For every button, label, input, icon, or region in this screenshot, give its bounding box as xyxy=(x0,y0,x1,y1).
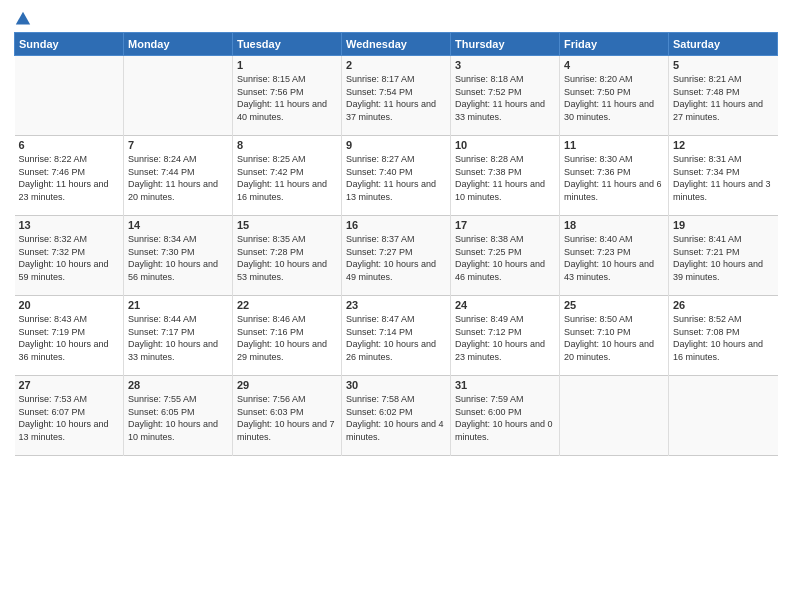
calendar-cell-w5d6 xyxy=(560,376,669,456)
weekday-header-monday: Monday xyxy=(124,33,233,56)
day-number: 13 xyxy=(19,219,120,231)
day-info: Sunrise: 8:17 AMSunset: 7:54 PMDaylight:… xyxy=(346,73,446,123)
calendar-cell-w4d2: 21Sunrise: 8:44 AMSunset: 7:17 PMDayligh… xyxy=(124,296,233,376)
page: SundayMondayTuesdayWednesdayThursdayFrid… xyxy=(0,0,792,612)
day-info: Sunrise: 8:40 AMSunset: 7:23 PMDaylight:… xyxy=(564,233,664,283)
week-row-3: 13Sunrise: 8:32 AMSunset: 7:32 PMDayligh… xyxy=(15,216,778,296)
week-row-1: 1Sunrise: 8:15 AMSunset: 7:56 PMDaylight… xyxy=(15,56,778,136)
calendar-cell-w4d6: 25Sunrise: 8:50 AMSunset: 7:10 PMDayligh… xyxy=(560,296,669,376)
calendar-cell-w2d4: 9Sunrise: 8:27 AMSunset: 7:40 PMDaylight… xyxy=(342,136,451,216)
calendar-cell-w1d4: 2Sunrise: 8:17 AMSunset: 7:54 PMDaylight… xyxy=(342,56,451,136)
calendar-cell-w1d5: 3Sunrise: 8:18 AMSunset: 7:52 PMDaylight… xyxy=(451,56,560,136)
week-row-2: 6Sunrise: 8:22 AMSunset: 7:46 PMDaylight… xyxy=(15,136,778,216)
day-info: Sunrise: 7:53 AMSunset: 6:07 PMDaylight:… xyxy=(19,393,120,443)
day-number: 8 xyxy=(237,139,337,151)
day-info: Sunrise: 8:20 AMSunset: 7:50 PMDaylight:… xyxy=(564,73,664,123)
weekday-header-row: SundayMondayTuesdayWednesdayThursdayFrid… xyxy=(15,33,778,56)
calendar-cell-w5d7 xyxy=(669,376,778,456)
weekday-header-saturday: Saturday xyxy=(669,33,778,56)
day-info: Sunrise: 8:34 AMSunset: 7:30 PMDaylight:… xyxy=(128,233,228,283)
day-info: Sunrise: 8:41 AMSunset: 7:21 PMDaylight:… xyxy=(673,233,774,283)
day-number: 20 xyxy=(19,299,120,311)
calendar-cell-w3d2: 14Sunrise: 8:34 AMSunset: 7:30 PMDayligh… xyxy=(124,216,233,296)
day-info: Sunrise: 8:32 AMSunset: 7:32 PMDaylight:… xyxy=(19,233,120,283)
day-number: 5 xyxy=(673,59,774,71)
day-info: Sunrise: 8:46 AMSunset: 7:16 PMDaylight:… xyxy=(237,313,337,363)
day-info: Sunrise: 7:59 AMSunset: 6:00 PMDaylight:… xyxy=(455,393,555,443)
week-row-4: 20Sunrise: 8:43 AMSunset: 7:19 PMDayligh… xyxy=(15,296,778,376)
weekday-header-sunday: Sunday xyxy=(15,33,124,56)
calendar-cell-w2d2: 7Sunrise: 8:24 AMSunset: 7:44 PMDaylight… xyxy=(124,136,233,216)
day-info: Sunrise: 8:47 AMSunset: 7:14 PMDaylight:… xyxy=(346,313,446,363)
day-info: Sunrise: 7:58 AMSunset: 6:02 PMDaylight:… xyxy=(346,393,446,443)
day-info: Sunrise: 7:55 AMSunset: 6:05 PMDaylight:… xyxy=(128,393,228,443)
day-number: 28 xyxy=(128,379,228,391)
calendar-cell-w5d4: 30Sunrise: 7:58 AMSunset: 6:02 PMDayligh… xyxy=(342,376,451,456)
day-info: Sunrise: 8:37 AMSunset: 7:27 PMDaylight:… xyxy=(346,233,446,283)
day-info: Sunrise: 8:38 AMSunset: 7:25 PMDaylight:… xyxy=(455,233,555,283)
calendar-cell-w5d5: 31Sunrise: 7:59 AMSunset: 6:00 PMDayligh… xyxy=(451,376,560,456)
calendar-cell-w3d6: 18Sunrise: 8:40 AMSunset: 7:23 PMDayligh… xyxy=(560,216,669,296)
calendar-cell-w2d5: 10Sunrise: 8:28 AMSunset: 7:38 PMDayligh… xyxy=(451,136,560,216)
calendar-cell-w4d7: 26Sunrise: 8:52 AMSunset: 7:08 PMDayligh… xyxy=(669,296,778,376)
day-number: 21 xyxy=(128,299,228,311)
day-number: 1 xyxy=(237,59,337,71)
day-number: 30 xyxy=(346,379,446,391)
calendar-cell-w1d1 xyxy=(15,56,124,136)
day-info: Sunrise: 8:28 AMSunset: 7:38 PMDaylight:… xyxy=(455,153,555,203)
day-number: 10 xyxy=(455,139,555,151)
calendar-cell-w1d7: 5Sunrise: 8:21 AMSunset: 7:48 PMDaylight… xyxy=(669,56,778,136)
calendar-table: SundayMondayTuesdayWednesdayThursdayFrid… xyxy=(14,32,778,456)
day-info: Sunrise: 8:22 AMSunset: 7:46 PMDaylight:… xyxy=(19,153,120,203)
calendar-cell-w4d1: 20Sunrise: 8:43 AMSunset: 7:19 PMDayligh… xyxy=(15,296,124,376)
calendar-cell-w4d4: 23Sunrise: 8:47 AMSunset: 7:14 PMDayligh… xyxy=(342,296,451,376)
calendar-cell-w1d3: 1Sunrise: 8:15 AMSunset: 7:56 PMDaylight… xyxy=(233,56,342,136)
svg-marker-0 xyxy=(16,12,30,25)
calendar-cell-w2d7: 12Sunrise: 8:31 AMSunset: 7:34 PMDayligh… xyxy=(669,136,778,216)
day-info: Sunrise: 8:15 AMSunset: 7:56 PMDaylight:… xyxy=(237,73,337,123)
calendar-cell-w4d3: 22Sunrise: 8:46 AMSunset: 7:16 PMDayligh… xyxy=(233,296,342,376)
day-number: 15 xyxy=(237,219,337,231)
day-number: 29 xyxy=(237,379,337,391)
calendar-cell-w5d3: 29Sunrise: 7:56 AMSunset: 6:03 PMDayligh… xyxy=(233,376,342,456)
day-number: 9 xyxy=(346,139,446,151)
day-number: 23 xyxy=(346,299,446,311)
day-info: Sunrise: 8:18 AMSunset: 7:52 PMDaylight:… xyxy=(455,73,555,123)
day-info: Sunrise: 8:21 AMSunset: 7:48 PMDaylight:… xyxy=(673,73,774,123)
calendar-cell-w3d7: 19Sunrise: 8:41 AMSunset: 7:21 PMDayligh… xyxy=(669,216,778,296)
day-number: 16 xyxy=(346,219,446,231)
week-row-5: 27Sunrise: 7:53 AMSunset: 6:07 PMDayligh… xyxy=(15,376,778,456)
day-number: 12 xyxy=(673,139,774,151)
day-number: 14 xyxy=(128,219,228,231)
day-number: 17 xyxy=(455,219,555,231)
calendar-cell-w2d3: 8Sunrise: 8:25 AMSunset: 7:42 PMDaylight… xyxy=(233,136,342,216)
day-info: Sunrise: 8:30 AMSunset: 7:36 PMDaylight:… xyxy=(564,153,664,203)
calendar-cell-w3d1: 13Sunrise: 8:32 AMSunset: 7:32 PMDayligh… xyxy=(15,216,124,296)
day-info: Sunrise: 8:49 AMSunset: 7:12 PMDaylight:… xyxy=(455,313,555,363)
weekday-header-wednesday: Wednesday xyxy=(342,33,451,56)
day-number: 19 xyxy=(673,219,774,231)
day-info: Sunrise: 8:44 AMSunset: 7:17 PMDaylight:… xyxy=(128,313,228,363)
day-number: 2 xyxy=(346,59,446,71)
day-info: Sunrise: 8:24 AMSunset: 7:44 PMDaylight:… xyxy=(128,153,228,203)
header xyxy=(14,10,778,26)
day-number: 22 xyxy=(237,299,337,311)
day-number: 7 xyxy=(128,139,228,151)
calendar-cell-w4d5: 24Sunrise: 8:49 AMSunset: 7:12 PMDayligh… xyxy=(451,296,560,376)
day-number: 3 xyxy=(455,59,555,71)
calendar-cell-w1d2 xyxy=(124,56,233,136)
day-number: 6 xyxy=(19,139,120,151)
weekday-header-tuesday: Tuesday xyxy=(233,33,342,56)
day-info: Sunrise: 8:43 AMSunset: 7:19 PMDaylight:… xyxy=(19,313,120,363)
calendar-cell-w3d3: 15Sunrise: 8:35 AMSunset: 7:28 PMDayligh… xyxy=(233,216,342,296)
calendar-cell-w1d6: 4Sunrise: 8:20 AMSunset: 7:50 PMDaylight… xyxy=(560,56,669,136)
day-number: 4 xyxy=(564,59,664,71)
day-info: Sunrise: 8:31 AMSunset: 7:34 PMDaylight:… xyxy=(673,153,774,203)
day-info: Sunrise: 8:35 AMSunset: 7:28 PMDaylight:… xyxy=(237,233,337,283)
day-number: 24 xyxy=(455,299,555,311)
day-number: 18 xyxy=(564,219,664,231)
day-info: Sunrise: 8:27 AMSunset: 7:40 PMDaylight:… xyxy=(346,153,446,203)
calendar-cell-w2d1: 6Sunrise: 8:22 AMSunset: 7:46 PMDaylight… xyxy=(15,136,124,216)
day-info: Sunrise: 8:25 AMSunset: 7:42 PMDaylight:… xyxy=(237,153,337,203)
logo xyxy=(14,10,32,26)
